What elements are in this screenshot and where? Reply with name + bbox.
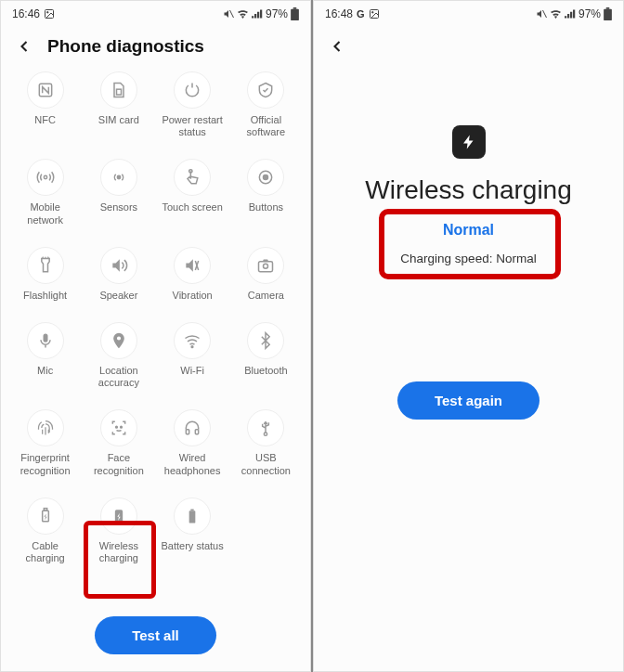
signal-icon <box>565 9 576 19</box>
svg-rect-25 <box>195 430 198 434</box>
phone-right: 16:48 G 97% Wireless charging Normal Cha… <box>313 0 624 672</box>
tile-label: Power restart status <box>162 114 222 138</box>
sim-icon <box>100 71 137 109</box>
wireless-icon <box>100 498 137 535</box>
status-bar: 16:46 97% <box>1 1 310 27</box>
tile-label: NFC <box>34 114 56 126</box>
tile-restart[interactable]: Power restart status <box>156 70 229 140</box>
tile-cable[interactable]: Cable charging <box>8 496 82 566</box>
tile-label: Sensors <box>100 201 137 213</box>
tile-label: Flashlight <box>23 290 67 302</box>
svg-rect-18 <box>259 262 273 272</box>
touch-icon <box>174 159 211 196</box>
tile-label: Mic <box>37 365 53 377</box>
chevron-left-icon <box>328 37 346 56</box>
wifi-icon <box>237 9 249 19</box>
svg-rect-40 <box>604 9 612 20</box>
back-button[interactable] <box>327 36 347 57</box>
tile-usb[interactable]: USB connection <box>229 407 303 478</box>
tile-camera[interactable]: Camera <box>229 245 303 304</box>
header: Phone diagnostics <box>1 27 310 70</box>
tile-label: Vibration <box>173 290 213 302</box>
tile-label: Wired headphones <box>164 452 221 476</box>
fingerprint-icon <box>27 409 64 446</box>
tile-bluetooth[interactable]: Bluetooth <box>229 320 303 391</box>
status-battery: 97% <box>266 7 288 20</box>
headphones-icon <box>174 409 211 446</box>
svg-rect-3 <box>252 16 254 18</box>
charging-icon <box>452 125 486 159</box>
mic-icon <box>27 322 64 359</box>
sensors-icon <box>100 159 137 196</box>
test-all-button[interactable]: Test all <box>95 616 216 654</box>
status-battery: 97% <box>578 7 601 20</box>
svg-rect-7 <box>293 7 297 9</box>
svg-rect-20 <box>43 333 47 342</box>
tile-fingerprint[interactable]: Fingerprint recognition <box>8 407 82 478</box>
mobile-icon <box>27 159 64 196</box>
svg-rect-30 <box>189 510 196 523</box>
signal-icon <box>252 9 263 19</box>
image-icon <box>369 8 380 19</box>
svg-point-33 <box>371 12 373 14</box>
tile-label: Wireless charging <box>99 540 138 564</box>
back-button[interactable] <box>14 36 34 57</box>
tile-sim[interactable]: SIM card <box>82 70 155 140</box>
cable-icon <box>27 498 64 535</box>
tile-vibration[interactable]: Vibration <box>156 245 229 304</box>
usb-icon <box>247 409 284 446</box>
mute-icon <box>536 8 547 19</box>
tile-label: Cable charging <box>26 540 65 564</box>
svg-rect-4 <box>254 14 256 19</box>
tile-label: Bluetooth <box>244 365 287 377</box>
tile-label: Buttons <box>249 201 283 213</box>
tile-mobile[interactable]: Mobile network <box>8 157 82 227</box>
svg-point-15 <box>264 175 268 180</box>
svg-rect-31 <box>190 509 193 510</box>
result-detail: Charging speed: Normal <box>314 252 623 265</box>
face-icon <box>100 409 137 446</box>
tile-label: Battery status <box>161 540 223 552</box>
svg-point-23 <box>121 427 123 429</box>
tile-label: Speaker <box>99 290 137 302</box>
tile-label: Face recognition <box>94 452 144 476</box>
battery-icon <box>174 498 211 535</box>
diagnostics-grid: NFCSIM cardPower restart statusOfficial … <box>1 70 310 566</box>
tile-buttons[interactable]: Buttons <box>229 157 303 227</box>
tile-nfc[interactable]: NFC <box>8 70 82 140</box>
tile-touch[interactable]: Touch screen <box>156 157 229 227</box>
tile-label: Official software <box>247 114 286 138</box>
google-icon: G <box>357 8 365 19</box>
svg-point-19 <box>264 264 268 268</box>
tile-label: Fingerprint recognition <box>20 452 71 476</box>
tile-battery[interactable]: Battery status <box>156 496 229 566</box>
bluetooth-icon <box>247 322 284 359</box>
tile-flashlight[interactable]: Flashlight <box>8 245 82 304</box>
svg-rect-28 <box>44 508 46 510</box>
tile-wifi[interactable]: Wi-Fi <box>156 320 229 391</box>
tile-mic[interactable]: Mic <box>8 320 82 391</box>
svg-point-1 <box>47 12 49 14</box>
tile-software[interactable]: Official software <box>229 70 303 140</box>
svg-rect-10 <box>116 89 121 95</box>
buttons-icon <box>247 159 284 196</box>
svg-point-11 <box>44 176 46 179</box>
tile-location[interactable]: Location accuracy <box>82 320 155 391</box>
location-icon <box>100 322 137 359</box>
tile-wireless[interactable]: Wireless charging <box>82 496 155 566</box>
result-title: Wireless charging <box>314 175 623 205</box>
tile-sensors[interactable]: Sensors <box>82 157 155 227</box>
result-status: Normal <box>314 222 623 239</box>
restart-icon <box>174 71 211 109</box>
tile-speaker[interactable]: Speaker <box>82 245 155 304</box>
tile-headphones[interactable]: Wired headphones <box>156 407 229 478</box>
svg-rect-36 <box>567 14 569 19</box>
tile-label: USB connection <box>241 452 291 476</box>
battery-icon <box>604 7 612 20</box>
tile-label: Camera <box>248 290 284 302</box>
tile-face[interactable]: Face recognition <box>82 407 155 478</box>
status-time: 16:46 <box>12 7 40 20</box>
svg-rect-24 <box>186 430 188 434</box>
phone-left: 16:46 97% Phone diagnostics NFCSIM cardP… <box>0 0 311 672</box>
test-again-button[interactable]: Test again <box>397 381 540 420</box>
